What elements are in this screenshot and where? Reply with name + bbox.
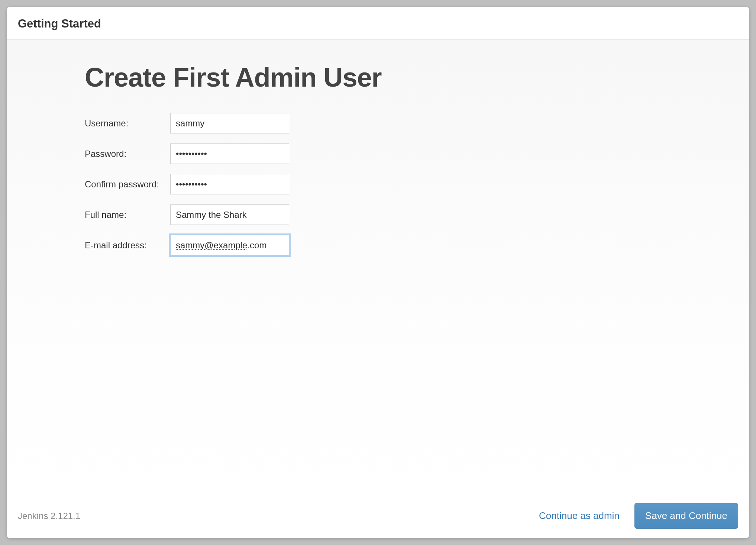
full-name-label: Full name: — [85, 210, 170, 220]
form-row-full-name: Full name: — [85, 204, 749, 225]
wizard-header-title: Getting Started — [18, 17, 738, 30]
email-value-part1: sammy@example — [176, 240, 247, 250]
footer-actions: Continue as admin Save and Continue — [539, 503, 738, 529]
confirm-password-input[interactable] — [170, 174, 289, 194]
save-and-continue-button[interactable]: Save and Continue — [634, 503, 738, 529]
email-label: E-mail address: — [85, 240, 170, 251]
username-label: Username: — [85, 118, 170, 129]
confirm-password-label: Confirm password: — [85, 179, 170, 190]
full-name-input[interactable] — [170, 204, 289, 225]
wizard-container: Getting Started Create First Admin User … — [7, 7, 749, 538]
username-input[interactable] — [170, 113, 289, 133]
form-row-confirm-password: Confirm password: — [85, 174, 749, 194]
email-value-part2: .com — [247, 240, 266, 250]
form-row-email: E-mail address: sammy@example.com — [85, 235, 749, 255]
form-row-password: Password: — [85, 143, 749, 164]
email-input[interactable]: sammy@example.com — [170, 235, 289, 255]
page-heading: Create First Admin User — [85, 62, 749, 93]
version-label: Jenkins 2.121.1 — [18, 511, 80, 521]
wizard-footer: Jenkins 2.121.1 Continue as admin Save a… — [7, 493, 749, 538]
password-label: Password: — [85, 149, 170, 159]
form-row-username: Username: — [85, 113, 749, 133]
continue-as-admin-button[interactable]: Continue as admin — [539, 510, 620, 522]
wizard-header: Getting Started — [7, 7, 749, 40]
wizard-body: Create First Admin User Username: Passwo… — [7, 40, 749, 493]
password-input[interactable] — [170, 143, 289, 164]
